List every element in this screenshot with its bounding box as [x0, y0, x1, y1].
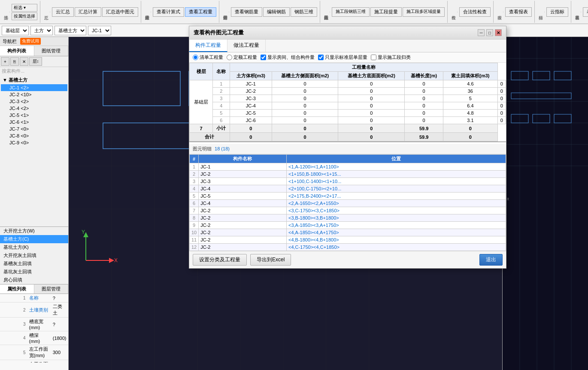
toolbar-btn-yunhuizong[interactable]: 云汇总	[52, 7, 74, 17]
svg-rect-16	[503, 37, 588, 370]
radio-quota-quantity[interactable]: 定额工程量	[227, 54, 257, 61]
toolbar-btn-biaogesuanfa[interactable]: 表格算量	[583, 7, 588, 17]
cat-dakaikuhuitu[interactable]: 大开挖灰土回填	[0, 251, 68, 260]
tree-item-jc2[interactable]: JC-2 <10>	[1, 91, 67, 98]
tree-item-jc9[interactable]: JC-9 <0>	[1, 139, 67, 146]
eng-cell-name-sub: 小计	[213, 124, 230, 133]
comp-list-row[interactable]: 11 JC-2 <4,B-1800><4,B+1800>	[190, 236, 506, 244]
axis-y-label: Y	[82, 229, 85, 235]
toolbar-btn-shigongjieduan[interactable]: 施工段提量	[370, 7, 402, 17]
subtype-select[interactable]: 基槽土方 基坑土方	[55, 26, 86, 35]
eng-cell-name: JC-3	[230, 95, 272, 102]
comp-list-row[interactable]: 5 JC-5 <2+175,B-2400><2+17...	[190, 193, 506, 200]
comp-list-row[interactable]: 2 JC-2 <1+150,B-1800><1+15...	[190, 171, 506, 178]
eng-cell-v2: 0	[338, 117, 405, 124]
comp-col-pos: 位置	[287, 155, 506, 163]
dialog-maximize-btn[interactable]: □	[486, 29, 493, 36]
toolbar-btn-huizongji[interactable]: 汇总计算	[75, 7, 101, 17]
cat-jicaotufa[interactable]: 基槽土方(C)	[0, 235, 68, 243]
eng-cell-row-num: 6	[213, 117, 230, 124]
check-standard-floor-input[interactable]	[318, 55, 324, 60]
radio-quota-input[interactable]	[227, 55, 232, 60]
cat-fangxinhuitu[interactable]: 房心回填	[0, 276, 68, 284]
comp-list-row[interactable]: 12 JC-2 <4,C-1750><4,C+1850>	[190, 244, 506, 251]
free-trial-badge[interactable]: 免费试用	[20, 38, 41, 45]
dialog-options: 清单工程量 定额工程量 显示房间、组合构件量 只显示标准层单层量 显示施工段归类	[189, 52, 506, 63]
toolbar-btn-huizongtujiyuan[interactable]: 汇总选中图元	[102, 7, 138, 17]
toolbar-btn-chakanbiao[interactable]: 查看报表	[505, 7, 532, 17]
tab-component-list[interactable]: 构件列表	[0, 46, 34, 56]
tree-item-jc6[interactable]: JC-6 <1>	[1, 119, 67, 125]
toolbar-btn-framework[interactable]: 框选 ▾	[12, 4, 37, 12]
dialog-close-btn[interactable]: ✕	[495, 29, 502, 36]
tab-component-quantity[interactable]: 构件工程量	[189, 40, 227, 52]
tree-item-jc5[interactable]: JC-5 <1>	[1, 112, 67, 119]
comp-list-row[interactable]: 3 JC-3 <1+100,C-1400><1+10...	[190, 178, 506, 185]
eng-table-row[interactable]: 2 JC-2 0 0 0 36 0	[190, 88, 506, 95]
btn-set-classification[interactable]: 设置分类及工程量	[193, 254, 247, 266]
comp-list-row[interactable]: 10 JC-2 <4,A-1850><4,A+1750>	[190, 229, 506, 236]
cat-jikengtufa[interactable]: 基坑土方(K)	[0, 243, 68, 251]
cat-jikenghuitu[interactable]: 基坑灰土回填	[0, 268, 68, 276]
radio-list-quantity[interactable]: 清单工程量	[193, 54, 223, 61]
tab-layer-manage[interactable]: 图层管理	[34, 284, 69, 294]
toolbar-section-biaoge: 表格算量 表格算量	[571, 1, 588, 23]
eng-cell-name: JC-4	[230, 102, 272, 110]
radio-list-input[interactable]	[193, 55, 198, 60]
eng-table-row[interactable]: 3 JC-3 0 0 0 5 0	[190, 95, 506, 102]
tree-item-jc7[interactable]: JC-7 <0>	[1, 125, 67, 132]
tree-item-jc8[interactable]: JC-8 <0>	[1, 132, 67, 139]
comp-list-row[interactable]: 7 JC-2 <3,C-1750><3,C+1850>	[190, 207, 506, 214]
check-show-room[interactable]: 显示房间、组合构件量	[261, 54, 315, 61]
eng-table-row[interactable]: 4 JC-4 0 0 0 6.4 0	[190, 102, 506, 110]
btn-copy[interactable]: ⎘	[10, 57, 19, 66]
cat-jicaohuitu[interactable]: 基槽灰土回填	[0, 260, 68, 268]
btn-new[interactable]: +	[1, 57, 9, 66]
dialog-titlebar[interactable]: 查看构件图元工程量 ─ □ ✕	[189, 26, 506, 40]
eng-table-row[interactable]: 基础层 1 JC-1 0 0 0 4.6 0	[190, 80, 506, 88]
toolbar-btn-hefaxing[interactable]: 合法性检查	[459, 7, 491, 17]
tab-drawing-manage[interactable]: 图纸管理	[34, 46, 69, 56]
tree-item-jc3[interactable]: JC-3 <2>	[1, 98, 67, 105]
toolbar-btn-gangjinsanwei[interactable]: 钢筋三维	[291, 7, 317, 17]
tree-item-jc1[interactable]: JC-1 <2>	[1, 84, 67, 91]
floor-select[interactable]: 基础层 首层 屋面层	[2, 26, 29, 35]
toolbar-btn-chakangangjin[interactable]: 查看钢筋量	[231, 7, 262, 17]
comp-list-row[interactable]: 4 JC-4 <2+100,C-1750><2+10...	[190, 185, 506, 193]
type-select[interactable]: 土方 基础 墙	[30, 26, 53, 35]
toolbar-btn-chakangongliang[interactable]: 查看工程量	[185, 7, 216, 17]
toolbar-btn-yunzhibiao[interactable]: 云指标	[546, 7, 568, 17]
check-standard-floor[interactable]: 只显示标准层单层量	[318, 54, 367, 61]
eng-table-row[interactable]: 5 JC-5 0 0 0 4.8 0	[190, 110, 506, 117]
dialog-minimize-btn[interactable]: ─	[478, 29, 485, 36]
property-row: 6 右工作面宽(mm) 300	[0, 360, 68, 363]
btn-exit[interactable]: 退出	[479, 254, 503, 266]
toolbar-btn-chakanjisuan[interactable]: 查看计算式	[153, 7, 184, 17]
btn-layer-copy[interactable]: 层↕	[29, 57, 42, 66]
tree-item-jc4[interactable]: JC-4 <2>	[1, 105, 67, 112]
eng-table-row[interactable]: 6 JC-6 0 0 0 3.1 0	[190, 117, 506, 124]
check-construction-phase[interactable]: 显示施工段归类	[371, 54, 411, 61]
comp-list-row[interactable]: 9 JC-2 <3,A-1850><3,A+1750>	[190, 222, 506, 229]
tab-method-quantity[interactable]: 做法工程量	[227, 40, 266, 52]
property-row: 5 左工作面宽(mm) 300	[0, 345, 68, 360]
toolbar-btn-select-by-property[interactable]: 按属性选择	[12, 12, 37, 20]
comp-row-pos: <1+100,C-1400><1+10...	[287, 178, 506, 185]
component-select[interactable]: JC-1 JC-2 JC-3	[88, 26, 111, 35]
comp-row-name: JC-2	[199, 207, 287, 214]
comp-list-row[interactable]: 6 JC-4 <2,A-1650><2,A+1550>	[190, 200, 506, 207]
btn-delete[interactable]: ✕	[20, 57, 28, 66]
cat-dakaikutu[interactable]: 大开挖土方(W)	[0, 227, 68, 235]
comp-list-row[interactable]: 1 JC-1 <1,A-1200><1,A+1100>	[190, 163, 506, 171]
col-floor: 楼层	[190, 63, 213, 80]
check-show-room-input[interactable]	[261, 55, 266, 60]
prop-name: 右工作面宽(mm)	[27, 360, 51, 363]
toolbar-btn-bianjiangjin[interactable]: 编辑钢筋	[263, 7, 290, 17]
btn-export-excel[interactable]: 导出到Excel	[250, 254, 291, 266]
tree-root[interactable]: ▼ 基槽土方	[1, 76, 67, 84]
toolbar-btn-shigongsanwei[interactable]: 施工段钢筋三维	[332, 7, 370, 17]
toolbar-btn-shigongduoqu[interactable]: 施工段多区域提量	[403, 7, 445, 17]
comp-list-row[interactable]: 8 JC-2 <3,B-1800><3,B+1800>	[190, 214, 506, 222]
check-construction-phase-input[interactable]	[371, 55, 376, 60]
tab-property-list[interactable]: 属性列表	[0, 284, 34, 294]
